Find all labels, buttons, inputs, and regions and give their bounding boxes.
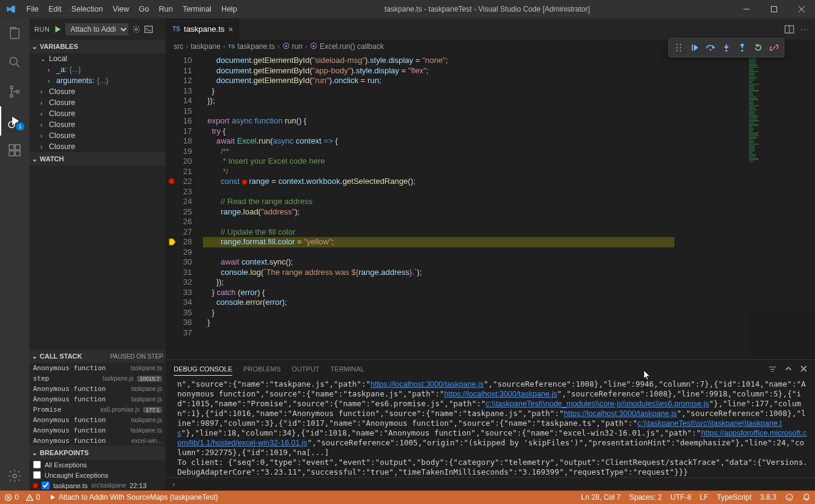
restart-icon[interactable] bbox=[751, 40, 765, 55]
panel-collapse-icon[interactable] bbox=[784, 365, 792, 374]
status-bar: 0 0 Attach to Addin With SourceMaps (tas… bbox=[0, 491, 815, 504]
svg-rect-6 bbox=[9, 145, 14, 150]
continue-icon[interactable] bbox=[687, 40, 702, 55]
editor-tab[interactable]: TS taskpane.ts × bbox=[166, 18, 240, 40]
tab-debug-console[interactable]: DEBUG CONSOLE bbox=[174, 363, 232, 376]
menu-go[interactable]: Go bbox=[134, 0, 154, 18]
menu-file[interactable]: File bbox=[21, 0, 43, 18]
stack-frame[interactable]: Anonymous functiontaskpane.js bbox=[29, 415, 166, 425]
status-errors[interactable]: 0 0 bbox=[0, 491, 45, 504]
status-launch-config[interactable]: Attach to Addin With SourceMaps (taskpan… bbox=[45, 491, 223, 504]
run-label: RUN bbox=[34, 26, 50, 33]
svg-point-11 bbox=[136, 28, 138, 31]
variable-item[interactable]: ›arguments: {...} bbox=[29, 75, 166, 86]
menu-selection[interactable]: Selection bbox=[67, 0, 108, 18]
tab-problems[interactable]: PROBLEMS bbox=[243, 363, 281, 375]
filter-icon[interactable] bbox=[768, 365, 777, 374]
close-tab-icon[interactable]: × bbox=[228, 24, 233, 34]
variables-header[interactable]: ⌄VARIABLES bbox=[29, 40, 166, 53]
breakpoint-file[interactable]: taskpane.tssrc\taskpane22:13 bbox=[29, 480, 166, 491]
status-language[interactable]: TypeScript bbox=[713, 491, 756, 504]
editor[interactable]: 1011121314151617181920212223242526272829… bbox=[166, 53, 815, 359]
disconnect-icon[interactable] bbox=[767, 40, 781, 55]
svg-point-24 bbox=[786, 494, 793, 501]
callstack-header[interactable]: ⌄CALL STACKPAUSED ON STEP bbox=[29, 349, 166, 363]
breakpoints-body: All Exceptions Uncaught Exceptions taskp… bbox=[29, 459, 166, 491]
source-control-icon[interactable] bbox=[0, 77, 29, 106]
status-cursor-position[interactable]: Ln 28, Col 7 bbox=[577, 491, 625, 504]
breakpoints-header[interactable]: ⌄BREAKPOINTS bbox=[29, 446, 166, 459]
status-feedback-icon[interactable] bbox=[781, 491, 798, 504]
svg-rect-9 bbox=[15, 145, 20, 150]
status-eol[interactable]: LF bbox=[696, 491, 713, 504]
debug-console-input[interactable]: › bbox=[166, 477, 815, 491]
debug-sidebar: RUN Attach to Addi ⌄VARIABLES ⌄Local›_a:… bbox=[29, 18, 166, 491]
watch-body bbox=[29, 166, 166, 349]
breakpoint-uncaught[interactable]: Uncaught Exceptions bbox=[29, 470, 166, 480]
status-ts-version[interactable]: 3.8.3 bbox=[756, 491, 781, 504]
status-encoding[interactable]: UTF-8 bbox=[666, 491, 696, 504]
menu-run[interactable]: Run bbox=[154, 0, 178, 18]
breakpoint-all-exceptions[interactable]: All Exceptions bbox=[29, 459, 166, 470]
explorer-tab-icon[interactable] bbox=[0, 18, 29, 48]
search-tab-icon[interactable] bbox=[0, 48, 29, 77]
code-content[interactable]: document.getElementById("sideload-msg").… bbox=[203, 53, 748, 359]
status-indentation[interactable]: Spaces: 2 bbox=[625, 491, 666, 504]
stack-frame[interactable]: Anonymous functiontaskpane.js bbox=[29, 384, 166, 394]
settings-gear-icon[interactable] bbox=[0, 461, 29, 491]
split-editor-icon[interactable] bbox=[784, 24, 794, 34]
launch-config-select[interactable]: Attach to Addi bbox=[65, 23, 128, 35]
debug-console-toggle-icon[interactable] bbox=[144, 25, 153, 34]
minimap[interactable] bbox=[748, 53, 815, 359]
menu-terminal[interactable]: Terminal bbox=[178, 0, 216, 18]
stack-frame[interactable]: steptaskpane.js10015:7 bbox=[29, 373, 166, 384]
step-over-icon[interactable] bbox=[703, 40, 718, 55]
scope-closure[interactable]: ›Closure bbox=[29, 108, 166, 119]
svg-point-21 bbox=[741, 49, 743, 51]
method-icon: ⦿ bbox=[282, 42, 290, 51]
svg-point-20 bbox=[725, 49, 727, 51]
menu-view[interactable]: View bbox=[108, 0, 134, 18]
scope-closure[interactable]: ›Closure bbox=[29, 86, 166, 97]
stack-frame[interactable]: Anonymous functiontaskpane.ts bbox=[29, 363, 166, 373]
window-close[interactable] bbox=[787, 0, 815, 18]
svg-rect-0 bbox=[771, 7, 776, 12]
step-into-icon[interactable] bbox=[719, 40, 734, 55]
more-actions-icon[interactable]: ··· bbox=[800, 24, 809, 34]
tab-terminal[interactable]: TERMINAL bbox=[330, 363, 364, 375]
menu-edit[interactable]: Edit bbox=[43, 0, 67, 18]
start-debug-icon[interactable] bbox=[53, 25, 62, 34]
run-header: RUN Attach to Addi bbox=[29, 18, 166, 40]
svg-point-5 bbox=[9, 122, 15, 128]
typescript-file-icon: TS bbox=[172, 26, 180, 32]
debug-tab-icon[interactable]: 1 bbox=[0, 106, 29, 136]
debug-toolbar[interactable] bbox=[668, 38, 784, 57]
editor-area: TS taskpane.ts × ··· src› taskpane› TS t… bbox=[166, 18, 815, 491]
watch-header[interactable]: ⌄WATCH bbox=[29, 152, 166, 166]
panel-close-icon[interactable] bbox=[800, 365, 808, 374]
stack-frame[interactable]: Promisees6.promise.js177:1 bbox=[29, 404, 166, 415]
gear-icon[interactable] bbox=[132, 25, 141, 34]
typescript-file-icon: TS bbox=[228, 43, 235, 49]
callstack-body: Anonymous functiontaskpane.tssteptaskpan… bbox=[29, 363, 166, 446]
scope-closure[interactable]: ›Closure bbox=[29, 97, 166, 108]
variable-item[interactable]: ›_a: {...} bbox=[29, 64, 166, 75]
tab-bar: TS taskpane.ts × ··· bbox=[166, 18, 815, 40]
window-maximize[interactable] bbox=[760, 0, 787, 18]
scope-closure[interactable]: ›Closure bbox=[29, 141, 166, 152]
window-title: taskpane.ts - taskpaneTest - Visual Stud… bbox=[242, 5, 732, 13]
extensions-tab-icon[interactable] bbox=[0, 136, 29, 165]
scope-local[interactable]: ⌄Local bbox=[29, 53, 166, 64]
stack-frame[interactable]: Anonymous functiontaskpane.ts bbox=[29, 425, 166, 436]
drag-handle-icon[interactable] bbox=[671, 40, 686, 55]
debug-console-body[interactable]: n","source":{"name":"taskpane.js","path"… bbox=[166, 378, 815, 477]
step-out-icon[interactable] bbox=[735, 40, 750, 55]
stack-frame[interactable]: Anonymous functionexcel-win... bbox=[29, 436, 166, 446]
scope-closure[interactable]: ›Closure bbox=[29, 130, 166, 141]
status-bell-icon[interactable] bbox=[798, 491, 815, 504]
menu-help[interactable]: Help bbox=[216, 0, 242, 18]
scope-closure[interactable]: ›Closure bbox=[29, 119, 166, 130]
tab-output[interactable]: OUTPUT bbox=[292, 363, 319, 375]
window-minimize[interactable] bbox=[732, 0, 760, 18]
stack-frame[interactable]: Anonymous functiontaskpane.js bbox=[29, 394, 166, 404]
